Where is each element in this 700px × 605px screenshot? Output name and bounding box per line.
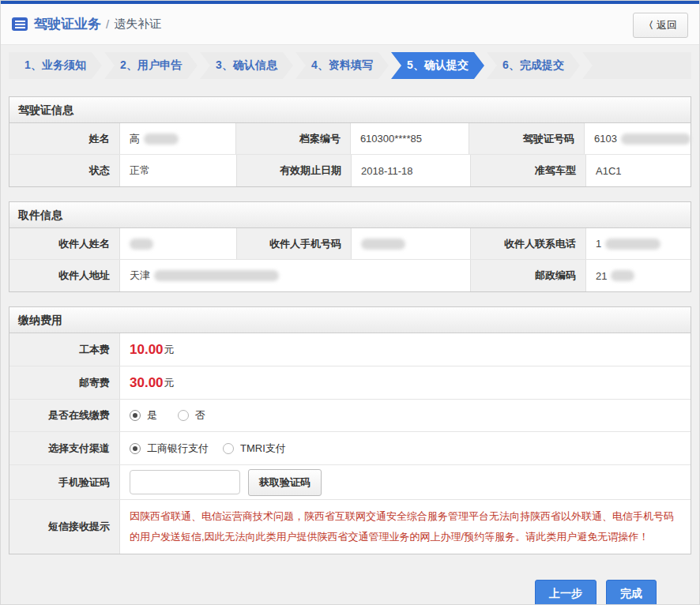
payment-section: 缴纳费用 工本费 10.00元 邮寄费 30.00元 是否在线缴费 是 否 选择… [9,306,691,554]
postage-fee-value: 30.00元 [120,366,691,399]
radio-option-no-label: 否 [195,408,205,423]
sms-notice-cell: 因陕西省联通、电信运营商技术问题，陕西省互联网交通安全综合服务管理平台无法向持陕… [120,500,691,554]
postage-fee-amount: 30.00 [130,375,164,391]
step-2-user-declaration[interactable]: 2、用户申告 [104,52,198,79]
postage-fee-unit: 元 [164,376,175,390]
table-row: 邮寄费 30.00元 [9,366,691,400]
payment-channel-label: 选择支付渠道 [9,432,120,464]
recipient-mobile-label: 收件人手机号码 [237,228,352,259]
radio-option-tmri[interactable]: TMRI支付 [223,442,286,456]
footer-actions: 上一步 完成 [1,580,657,605]
table-row: 选择支付渠道 工商银行支付 TMRI支付 [9,432,691,465]
pickup-info-section: 取件信息 收件人姓名 收件人手机号码 收件人联系电话 1 收件人地址 天津 邮政… [9,201,691,292]
radio-option-icbc-label: 工商银行支付 [147,442,209,456]
recipient-address-value: 天津 [120,260,471,291]
prev-step-button[interactable]: 上一步 [535,580,597,605]
name-label: 姓名 [9,123,120,154]
license-info-section: 驾驶证信息 姓名 高 档案编号 610300****85 驾驶证号码 6103 … [9,96,691,187]
sms-code-field: 获取验证码 [120,465,691,499]
back-chevron-icon: 〈 [644,20,653,31]
status-label: 状态 [9,155,120,186]
payment-channel-options: 工商银行支付 TMRI支付 [120,432,691,464]
redacted-blob [621,133,691,145]
expiry-label: 有效期止日期 [237,155,352,186]
status-value: 正常 [120,155,237,186]
step-4-fill-data[interactable]: 4、资料填写 [295,52,389,79]
file-no-value: 610300****85 [351,123,470,154]
table-row: 姓名 高 档案编号 610300****85 驾驶证号码 6103 [9,123,691,155]
pickup-info-title: 取件信息 [9,202,691,228]
postal-code-label: 邮政编码 [471,260,586,291]
sms-code-input[interactable] [130,470,240,494]
table-row: 收件人地址 天津 邮政编码 21 [9,260,691,291]
radio-checked-icon[interactable] [130,410,141,421]
finish-button[interactable]: 完成 [606,580,657,605]
payment-title: 缴纳费用 [9,307,691,333]
license-no-value: 6103 [585,123,691,154]
sms-notice-label: 短信接收提示 [9,500,120,554]
step-nav-filler [582,52,691,79]
redacted-blob [361,239,405,250]
online-payment-options: 是 否 [120,400,691,431]
step-5-confirm-submit[interactable]: 5、确认提交 [391,52,484,79]
page-header: 驾驶证业务 / 遗失补证 〈返回 [1,4,699,45]
page-title: 驾驶证业务 [34,15,101,33]
radio-unchecked-icon[interactable] [178,410,189,421]
table-row: 短信接收提示 因陕西省联通、电信运营商技术问题，陕西省互联网交通安全综合服务管理… [9,500,691,554]
step-6-finish-submit[interactable]: 6、完成提交 [487,52,580,79]
radio-option-icbc[interactable]: 工商银行支付 [130,442,209,456]
production-fee-label: 工本费 [9,333,120,366]
radio-option-tmri-label: TMRI支付 [240,442,286,456]
table-row: 工本费 10.00元 [9,333,691,366]
production-fee-value: 10.00元 [120,333,691,366]
recipient-name-value [120,228,237,259]
redacted-blob [144,133,179,145]
vehicle-class-label: 准驾车型 [471,155,586,186]
production-fee-amount: 10.00 [130,342,164,358]
table-row: 收件人姓名 收件人手机号码 收件人联系电话 1 [9,228,691,260]
back-button[interactable]: 〈返回 [633,13,688,38]
expiry-value: 2018-11-18 [352,155,471,186]
recipient-address-label: 收件人地址 [9,260,120,291]
recipient-phone-label: 收件人联系电话 [471,228,586,259]
online-payment-label: 是否在线缴费 [9,400,120,431]
postage-fee-label: 邮寄费 [9,366,120,399]
sms-notice-text: 因陕西省联通、电信运营商技术问题，陕西省互联网交通安全综合服务管理平台无法向持陕… [130,506,679,547]
recipient-phone-value: 1 [586,228,691,259]
license-info-title: 驾驶证信息 [9,97,691,123]
recipient-mobile-value [352,228,471,259]
table-row: 手机验证码 获取验证码 [9,465,691,500]
radio-option-yes[interactable]: 是 [130,408,157,423]
postal-code-value: 21 [586,260,691,291]
radio-checked-icon[interactable] [130,443,141,454]
step-3-confirm-info[interactable]: 3、确认信息 [200,52,293,79]
table-row: 状态 正常 有效期止日期 2018-11-18 准驾车型 A1C1 [9,155,691,186]
back-button-label: 返回 [657,19,677,31]
step-nav: 1、业务须知 2、用户申告 3、确认信息 4、资料填写 5、确认提交 6、完成提… [9,52,691,79]
name-value: 高 [120,123,237,154]
recipient-name-label: 收件人姓名 [9,228,120,259]
get-code-button[interactable]: 获取验证码 [248,469,322,496]
radio-option-no[interactable]: 否 [178,408,205,423]
license-service-icon [12,17,28,31]
redacted-blob [611,270,634,281]
step-1-business-notice[interactable]: 1、业务须知 [9,52,102,79]
vehicle-class-value: A1C1 [586,155,691,186]
redacted-blob [130,239,153,250]
production-fee-unit: 元 [164,343,175,357]
radio-unchecked-icon[interactable] [223,443,234,454]
license-no-label: 驾驶证号码 [469,123,585,154]
breadcrumb-current: 遗失补证 [114,17,161,32]
sms-code-label: 手机验证码 [9,465,120,499]
table-row: 是否在线缴费 是 否 [9,400,691,432]
radio-option-yes-label: 是 [147,408,157,423]
redacted-blob [605,239,660,250]
redacted-blob [154,270,279,281]
file-no-label: 档案编号 [236,123,351,154]
breadcrumb-separator: / [106,17,109,31]
